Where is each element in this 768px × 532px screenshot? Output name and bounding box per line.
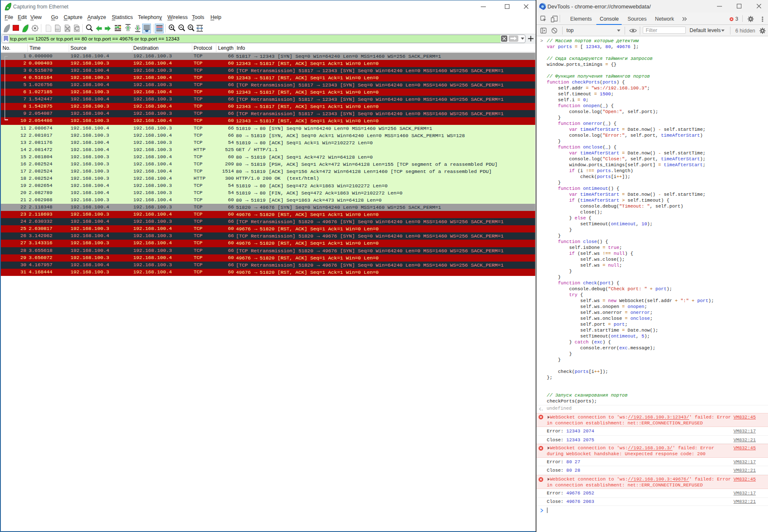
- svg-text:010: 010: [55, 28, 59, 31]
